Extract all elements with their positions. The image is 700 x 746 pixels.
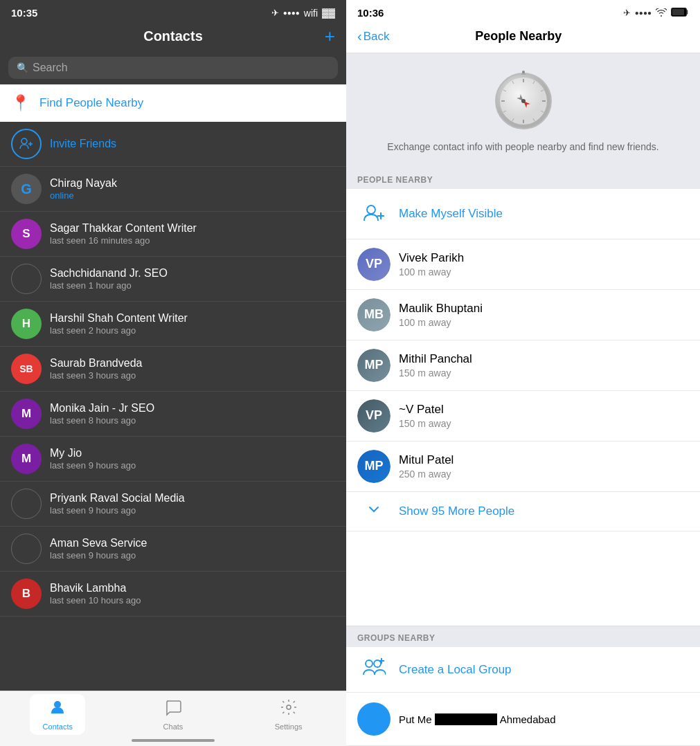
person-info: Mithil Panchal 150 m away <box>399 352 689 379</box>
person-name: Mitul Patel <box>399 453 689 467</box>
contact-status: last seen 9 hours ago <box>50 460 335 471</box>
contact-name: Sachchidanand Jr. SEO <box>50 267 335 280</box>
create-local-group-row[interactable]: Create a Local Group <box>346 647 700 693</box>
contact-row[interactable]: M Monika Jain - Jr SEO last seen 8 hours… <box>0 392 346 437</box>
person-distance: 250 m away <box>399 468 689 480</box>
contact-info: Sagar Thakkar Content Writer last seen 1… <box>50 222 335 246</box>
invite-friends-icon <box>11 129 42 159</box>
contact-name: Sagar Thakkar Content Writer <box>50 222 335 235</box>
contact-status: last seen 16 minutes ago <box>50 235 335 246</box>
make-visible-label: Make Myself Visible <box>399 207 689 221</box>
header-right: ‹ Back People Nearby <box>346 23 700 53</box>
avatar: VP <box>357 399 391 433</box>
person-row[interactable]: MB Maulik Bhuptani 100 m away <box>346 290 700 340</box>
put-me-in-touch-row[interactable]: Put Me In Touch With Ahmedabad <box>346 693 700 746</box>
add-contact-button[interactable]: + <box>325 26 335 47</box>
chats-tab-label: Chats <box>163 722 183 731</box>
make-visible-info: Make Myself Visible <box>399 207 689 221</box>
contact-info: Chirag Nayak online <box>50 177 335 201</box>
search-bar[interactable]: 🔍 Search <box>8 57 338 79</box>
contact-row[interactable]: Sachchidanand Jr. SEO last seen 1 hour a… <box>0 257 346 302</box>
back-label: Back <box>364 30 390 44</box>
contact-info: Priyank Raval Social Media last seen 9 h… <box>50 492 335 516</box>
person-distance: 150 m away <box>399 367 689 379</box>
person-avatar-img: MP <box>357 349 391 382</box>
contact-status: last seen 9 hours ago <box>50 505 335 516</box>
person-row[interactable]: MP Mithil Panchal 150 m away <box>346 340 700 391</box>
avatar: SB <box>11 354 42 384</box>
person-name: Mithil Panchal <box>399 352 689 366</box>
person-info: Maulik Bhuptani 100 m away <box>399 302 689 328</box>
tab-settings[interactable]: Settings <box>261 698 316 731</box>
home-indicator-left <box>132 739 215 742</box>
contact-row[interactable]: Aman Seva Service last seen 9 hours ago <box>0 527 346 572</box>
contact-info: Aman Seva Service last seen 9 hours ago <box>50 537 335 561</box>
person-info: Vivek Parikh 100 m away <box>399 251 689 278</box>
settings-tab-icon <box>280 698 298 720</box>
contact-info: Saurab Brandveda last seen 3 hours ago <box>50 357 335 381</box>
tab-contacts[interactable]: Contacts <box>30 694 85 735</box>
dots-icon: ●●●● <box>283 9 300 17</box>
status-bar-right: 10:36 ✈ ●●●● <box>346 0 700 23</box>
person-distance: 100 m away <box>399 266 689 278</box>
contact-status: last seen 3 hours ago <box>50 370 335 381</box>
contact-status: last seen 1 hour ago <box>50 280 335 291</box>
status-icons-left: ✈ ●●●● wifi ▓▓ <box>271 8 335 19</box>
avatar: VP <box>357 248 391 281</box>
person-distance: 100 m away <box>399 317 689 328</box>
contact-name: My Jio <box>50 447 335 460</box>
avatar: M <box>11 444 42 474</box>
contact-row[interactable]: Priyank Raval Social Media last seen 9 h… <box>0 482 346 527</box>
battery-icon-left: ▓▓ <box>322 8 335 18</box>
contact-row[interactable]: B Bhavik Lambha last seen 10 hours ago <box>0 572 346 617</box>
show-more-people-row[interactable]: Show 95 More People <box>346 492 700 531</box>
hero-section: Exchange contact info with people nearby… <box>346 53 700 168</box>
back-chevron-icon: ‹ <box>357 28 362 44</box>
location-icon-right: ✈ <box>623 8 631 18</box>
contact-row[interactable]: H Harshil Shah Content Writer last seen … <box>0 302 346 347</box>
avatar: M <box>11 399 42 429</box>
person-name: Vivek Parikh <box>399 251 689 265</box>
location-icon: ✈ <box>271 8 279 18</box>
contact-status: online <box>50 190 335 201</box>
contacts-tab-icon <box>48 698 66 720</box>
svg-point-25 <box>367 206 375 214</box>
find-people-nearby-row[interactable]: 📍 Find People Nearby <box>0 84 346 122</box>
contact-row[interactable]: M My Jio last seen 9 hours ago <box>0 437 346 482</box>
show-more-label: Show 95 More People <box>399 504 514 518</box>
contact-row[interactable]: SB Saurab Brandveda last seen 3 hours ag… <box>0 347 346 392</box>
chevron-down-icon <box>357 502 391 521</box>
contact-list: Invite Friends G Chirag Nayak online S S… <box>0 122 346 691</box>
contact-name: Monika Jain - Jr SEO <box>50 402 335 415</box>
contact-name: Aman Seva Service <box>50 537 335 549</box>
person-avatar-img: VP <box>357 248 391 281</box>
battery-icon-right <box>671 8 689 19</box>
search-icon: 🔍 <box>17 62 28 73</box>
person-avatar-img: MB <box>357 298 391 331</box>
person-name: ~V Patel <box>399 403 689 417</box>
back-button[interactable]: ‹ Back <box>357 28 389 44</box>
person-row[interactable]: VP ~V Patel 150 m away <box>346 391 700 442</box>
compass-icon <box>492 70 555 132</box>
contact-status: last seen 8 hours ago <box>50 415 335 426</box>
invite-friends-label: Invite Friends <box>50 138 335 150</box>
contact-row[interactable]: G Chirag Nayak online <box>0 167 346 212</box>
page-title: People Nearby <box>389 29 647 44</box>
make-myself-visible-row[interactable]: Make Myself Visible <box>346 189 700 239</box>
contact-row[interactable]: S Sagar Thakkar Content Writer last seen… <box>0 212 346 257</box>
contacts-tab-label: Contacts <box>43 722 73 731</box>
chirag-initial: G <box>21 181 32 197</box>
person-row[interactable]: MP Mitul Patel 250 m away <box>346 442 700 492</box>
person-row[interactable]: VP Vivek Parikh 100 m away <box>346 239 700 290</box>
person-avatar-img: VP <box>357 399 391 433</box>
tab-chats[interactable]: Chats <box>145 698 201 731</box>
avatar: MP <box>357 450 391 483</box>
groups-nearby-header: GROUPS NEARBY <box>346 626 700 647</box>
avatar <box>11 489 42 519</box>
contacts-title: Contacts <box>143 28 203 44</box>
contact-status: last seen 9 hours ago <box>50 550 335 561</box>
person-info: ~V Patel 150 m away <box>399 403 689 429</box>
location-pin-icon: 📍 <box>11 94 30 112</box>
invite-friends-row[interactable]: Invite Friends <box>0 122 346 167</box>
wifi-icon-left: wifi <box>304 8 318 19</box>
